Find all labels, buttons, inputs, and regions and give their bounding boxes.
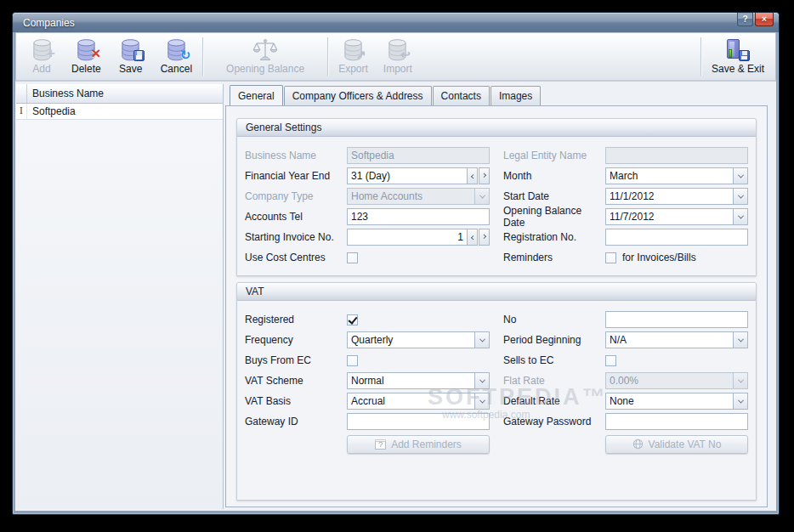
label-start-date: Start Date [503,190,605,202]
chevron-down-icon [737,376,743,382]
tab-page-general: General Settings Business Name Financial… [225,105,768,507]
close-button[interactable]: × [755,13,774,26]
validate-vat-button[interactable]: Validate VAT No [605,435,748,454]
label-use-cost-centres: Use Cost Centres [245,252,347,263]
dropdown-button[interactable] [474,332,489,348]
select-start-date-value: 11/1/2012 [606,189,733,204]
form-row: Company Type Home Accounts [245,186,490,207]
dropdown-button[interactable] [474,373,489,388]
list-header: Business Name [16,84,223,104]
spinner-starting-invoice-input[interactable] [347,229,467,246]
select-start-date[interactable]: 11/1/2012 [605,188,748,205]
spinner-financial-year-end-input[interactable] [347,167,467,184]
plus-badge-icon: + [47,46,55,60]
chevron-down-icon [737,172,743,178]
dropdown-button[interactable] [733,373,747,388]
dropdown-button[interactable] [733,189,747,204]
form-row: Period Beginning N/A [503,330,748,350]
dropdown-button[interactable] [733,168,747,184]
form-row: Opening Balance Date 11/7/2012 [503,207,748,227]
form-row: Month March [503,166,748,186]
dropdown-button[interactable] [733,209,747,224]
tab-general[interactable]: General [230,85,283,106]
save-exit-button[interactable]: Save & Exit [704,35,772,78]
input-business-name[interactable] [347,147,490,164]
form-row: Starting Invoice No. [245,227,490,247]
checkbox-use-cost-centres[interactable] [347,252,358,263]
database-save-icon [116,37,145,62]
general-right-column: Legal Entity Name Month March [503,145,748,268]
add-reminders-button[interactable]: ? Add Reminders [347,435,490,454]
tab-contacts[interactable]: Contacts [433,86,490,105]
import-button[interactable]: ↩ Import [376,35,420,78]
spin-up-button[interactable] [479,229,490,246]
checkbox-reminders[interactable] [605,252,616,263]
form-row: Reminders for Invoices/Bills [503,247,748,268]
list-item-softpedia[interactable]: I Softpedia [16,104,223,120]
help-button[interactable]: ? [737,13,753,26]
checkbox-buys-from-ec[interactable] [347,355,358,366]
cancel-button[interactable]: ↻ Cancel [153,35,200,78]
select-period-beginning[interactable]: N/A [605,331,748,348]
opening-balance-button[interactable]: Opening Balance [206,35,325,78]
save-button-label: Save [119,63,142,75]
spin-up-button[interactable] [479,167,490,184]
select-company-type[interactable]: Home Accounts [347,188,490,205]
business-list-panel: Business Name I Softpedia [16,84,224,509]
delete-button[interactable]: × Delete [64,35,109,78]
add-button-label: Add [32,63,50,75]
save-button[interactable]: Save [109,35,153,78]
label-period-beginning: Period Beginning [503,334,605,346]
spin-down-button[interactable] [467,167,478,184]
label-sells-to-ec: Sells to EC [503,354,605,366]
select-vat-basis-value: Accrual [348,393,474,409]
dropdown-button[interactable] [733,332,747,348]
dropdown-button[interactable] [474,189,489,204]
delete-button-label: Delete [71,63,101,75]
tab-images[interactable]: Images [491,86,541,105]
spin-down-button[interactable] [467,229,478,246]
form-row: Use Cost Centres [245,247,490,268]
select-vat-scheme[interactable]: Normal [347,372,490,389]
input-accounts-tel[interactable] [347,208,490,225]
toolbar-separator [202,37,203,76]
companies-window: Companies ? × + Add × Delete [12,12,780,515]
select-opening-balance-date[interactable]: 11/7/2012 [605,208,748,225]
select-frequency-value: Quarterly [348,332,474,348]
spinner-financial-year-end [347,167,490,184]
export-button[interactable]: ↗ Export [331,35,376,78]
input-gateway-id[interactable] [347,413,490,430]
label-vat-no: No [503,314,605,325]
form-row: Validate VAT No [503,433,748,456]
label-gateway-password: Gateway Password [503,416,605,427]
checkbox-sells-to-ec[interactable] [605,355,616,366]
add-button[interactable]: + Add [20,35,64,78]
form-row: Sells to EC [503,350,748,371]
label-gateway-id: Gateway ID [245,416,347,427]
select-vat-basis[interactable]: Accrual [347,393,490,410]
group-vat: VAT Registered Frequency [236,282,757,501]
tab-company-officers-address[interactable]: Company Officers & Address [284,86,432,105]
select-month[interactable]: March [605,167,748,184]
input-vat-no[interactable] [605,311,748,328]
titlebar[interactable]: Companies ? × [13,13,779,32]
input-gateway-password[interactable] [605,413,748,430]
business-name-cell: Softpedia [27,104,223,119]
database-cancel-icon: ↻ [162,37,190,62]
toolbar-separator [700,37,701,76]
label-flat-rate: Flat Rate [503,375,605,387]
select-frequency[interactable]: Quarterly [347,331,490,348]
column-header-business-name[interactable]: Business Name [27,84,223,103]
dropdown-button[interactable] [474,393,489,409]
floppy-shape [739,50,750,61]
select-default-rate[interactable]: None [605,393,748,410]
dropdown-button[interactable] [733,393,747,409]
add-reminders-label: Add Reminders [391,439,462,450]
label-month: Month [503,170,605,182]
checkbox-registered[interactable] [347,314,358,325]
select-flat-rate[interactable]: 0.00% [605,372,748,389]
help-icon: ? [742,14,747,24]
form-row: Gateway ID [245,411,490,432]
input-registration-no[interactable] [605,229,748,246]
input-legal-entity-name[interactable] [605,147,748,164]
